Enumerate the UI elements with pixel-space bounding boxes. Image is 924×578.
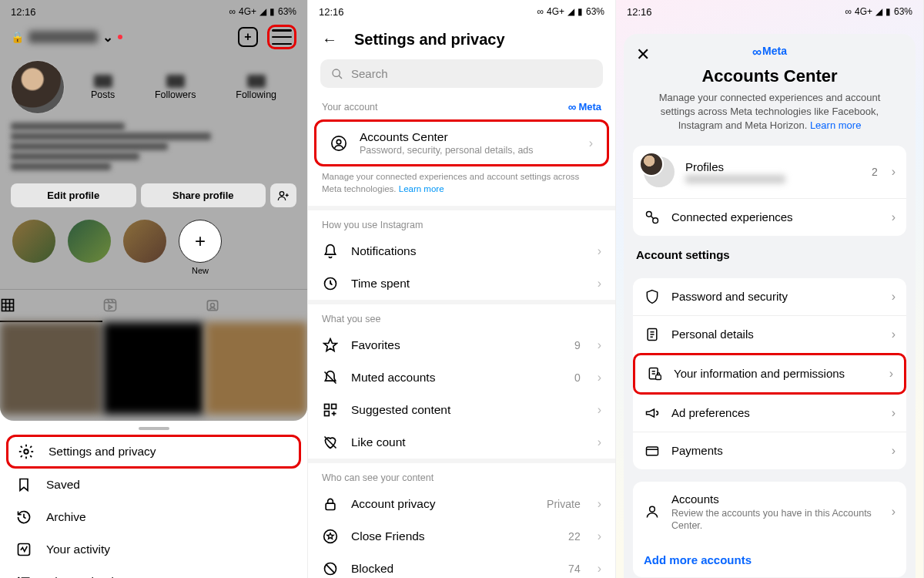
row-password-security[interactable]: Password and security› (633, 278, 906, 315)
stat-followers[interactable]: .Followers (155, 75, 196, 100)
row-title: Accounts Center (360, 130, 577, 144)
section-how-you-use: How you use Instagram (308, 210, 615, 235)
accounts-center-title: Accounts Center (633, 66, 906, 86)
stat-posts[interactable]: .Posts (91, 75, 115, 100)
status-right: ∞4G+◢▮63% (537, 6, 604, 17)
star-icon (322, 338, 339, 353)
row-blocked[interactable]: Blocked74› (308, 553, 615, 578)
menu-archive[interactable]: Archive (0, 501, 307, 533)
accounts-center-description: Manage your connected experiences and ac… (633, 91, 906, 133)
chevron-right-icon: › (598, 435, 601, 449)
row-profiles[interactable]: Profiles 2› (633, 146, 906, 198)
highlight-new[interactable]: + New (179, 220, 222, 275)
status-right: ∞4G+◢▮63% (845, 6, 912, 17)
document-lock-icon (646, 366, 663, 381)
chevron-right-icon: › (889, 367, 893, 381)
row-personal-details[interactable]: Personal details› (633, 315, 906, 353)
status-time: 12:16 (627, 6, 652, 18)
learn-more-link[interactable]: Learn more (399, 184, 444, 193)
stat-following[interactable]: .Following (236, 75, 276, 100)
close-button[interactable]: ✕ (636, 45, 650, 65)
battery-icon: ▮ (270, 6, 275, 17)
row-payments[interactable]: Payments› (633, 432, 906, 469)
menu-saved[interactable]: Saved (0, 469, 307, 501)
svg-point-20 (653, 217, 658, 223)
chevron-right-icon: › (598, 371, 601, 385)
svg-point-19 (647, 211, 652, 217)
row-accounts[interactable]: Accounts Review the accounts you have in… (633, 482, 906, 543)
svg-point-17 (324, 530, 337, 543)
link-icon (644, 210, 661, 225)
tab-reels[interactable] (102, 290, 205, 322)
chevron-right-icon: › (892, 505, 896, 519)
chevron-right-icon: › (598, 529, 601, 543)
username-dropdown[interactable]: 🔒 ⌄ (11, 29, 122, 45)
person-circle-icon (330, 134, 347, 153)
svg-point-9 (333, 69, 340, 76)
status-right: ∞ 4G+ ◢ ▮ 63% (229, 6, 296, 17)
lock-icon: 🔒 (11, 31, 24, 43)
chevron-right-icon: › (598, 403, 601, 417)
row-account-privacy[interactable]: Account privacyPrivate› (308, 488, 615, 520)
activity-icon (15, 542, 32, 557)
highlight-3[interactable] (123, 220, 166, 263)
menu-label: Your activity (46, 543, 110, 556)
menu-your-activity[interactable]: Your activity (0, 533, 307, 566)
profile-avatar[interactable] (11, 60, 65, 114)
search-input[interactable]: Search (320, 59, 603, 88)
profile-tabs (0, 289, 307, 322)
chevron-right-icon: › (892, 328, 896, 341)
post-grid (0, 322, 307, 415)
meta-brand: ∞Meta (568, 100, 601, 113)
row-connected-experiences[interactable]: Connected experiences› (633, 198, 906, 236)
row-like-count[interactable]: Like count› (308, 426, 615, 459)
edit-profile-button[interactable]: Edit profile (11, 183, 136, 207)
highlight-1[interactable] (12, 220, 55, 263)
add-more-accounts-link[interactable]: Add more accounts (633, 543, 906, 577)
svg-rect-24 (647, 447, 658, 455)
status-bar: 12:16 ∞4G+◢▮63% (308, 0, 615, 20)
lock-icon (322, 496, 339, 512)
chevron-right-icon: › (598, 562, 601, 576)
bookmark-icon (15, 477, 32, 492)
row-muted[interactable]: Muted accounts0› (308, 361, 615, 394)
learn-more-link[interactable]: Learn more (810, 119, 861, 131)
menu-settings-privacy[interactable]: Settings and privacy (6, 435, 301, 469)
page-title: Settings and privacy (354, 31, 505, 49)
row-accounts-center[interactable]: Accounts Center Password, security, pers… (316, 122, 607, 164)
chevron-right-icon: › (892, 406, 896, 420)
back-button[interactable]: ← (322, 31, 337, 49)
search-placeholder: Search (351, 67, 388, 80)
row-notifications[interactable]: Notifications› (308, 235, 615, 267)
svg-rect-14 (332, 405, 336, 409)
discover-people-button[interactable] (270, 183, 296, 207)
row-close-friends[interactable]: Close Friends22› (308, 520, 615, 553)
status-net: 4G+ (239, 6, 256, 17)
hamburger-menu-button[interactable] (272, 29, 292, 45)
share-profile-button[interactable]: Share profile (141, 183, 266, 207)
section-what-you-see: What you see (308, 304, 615, 329)
row-subtitle: Password, security, personal details, ad… (360, 145, 577, 156)
profile-dimmed-layer: 12:16 ∞ 4G+ ◢ ▮ 63% 🔒 ⌄ + (0, 0, 307, 421)
star-circle-icon (322, 529, 339, 544)
row-ad-preferences[interactable]: Ad preferences› (633, 395, 906, 432)
svg-point-25 (650, 507, 655, 512)
menu-close-friends[interactable]: Close Friends (0, 566, 307, 578)
chevron-right-icon: › (598, 277, 601, 291)
tab-grid[interactable] (0, 290, 102, 322)
svg-point-0 (280, 191, 283, 195)
row-your-information[interactable]: Your information and permissions› (635, 355, 904, 392)
highlight-2[interactable] (68, 220, 111, 263)
row-time-spent[interactable]: Time spent› (308, 267, 615, 300)
sheet-grabber[interactable] (139, 427, 169, 430)
tab-tagged[interactable] (205, 290, 307, 322)
card-accounts: Accounts Review the accounts you have in… (633, 482, 906, 578)
username-blurred (28, 31, 98, 43)
row-suggested[interactable]: Suggested content› (308, 394, 615, 426)
list-icon (15, 574, 32, 578)
create-post-button[interactable]: + (238, 27, 258, 47)
highlight-accounts-center: Accounts Center Password, security, pers… (314, 119, 609, 166)
svg-point-4 (24, 449, 28, 454)
card-account-settings: Password and security› Personal details›… (633, 278, 906, 469)
row-favorites[interactable]: Favorites9› (308, 329, 615, 361)
